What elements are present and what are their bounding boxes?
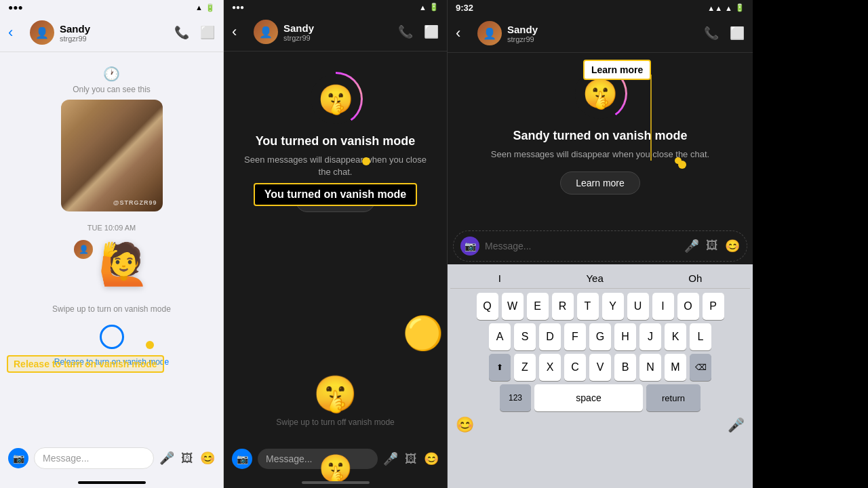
camera-button-1[interactable]: 📷: [8, 448, 28, 468]
key-e[interactable]: E: [527, 293, 549, 320]
key-c[interactable]: C: [564, 354, 586, 381]
chat-header-1: ‹ 👤 Sandy strgzr99 📞 ⬜: [0, 14, 223, 52]
key-n[interactable]: N: [639, 354, 661, 381]
sticker-icon-1[interactable]: 😊: [200, 451, 215, 466]
status-bar-3: 9:32 ▲▲ ▲ 🔋: [448, 0, 753, 14]
phone-icon-3[interactable]: 📞: [704, 26, 719, 41]
key-p[interactable]: P: [703, 293, 724, 320]
key-r[interactable]: R: [552, 293, 574, 320]
key-v[interactable]: V: [589, 354, 611, 381]
mic-icon-1[interactable]: 🎤: [159, 451, 174, 466]
floating-emoji-2: 🟡: [403, 314, 443, 352]
hi-sticker: 🙋: [98, 240, 149, 288]
phone-icon-1[interactable]: 📞: [174, 25, 189, 40]
swipe-off-hint: Swipe up to turn off vanish mode: [224, 418, 447, 427]
message-input-2[interactable]: Message...: [258, 449, 378, 469]
key-space[interactable]: space: [534, 384, 643, 411]
message-bar-3: 📷 Message... 🎤 🖼 😊: [453, 230, 747, 262]
key-h[interactable]: H: [614, 323, 636, 350]
video-icon-1[interactable]: ⬜: [200, 25, 215, 40]
key-x[interactable]: X: [539, 354, 561, 381]
camera-button-2[interactable]: 📷: [232, 449, 252, 469]
mic-icon-3[interactable]: 🎤: [684, 239, 699, 253]
suggestion-yea[interactable]: Yea: [586, 272, 603, 284]
photo-watermark: @STRGZR99: [113, 199, 157, 206]
key-z[interactable]: Z: [514, 354, 536, 381]
header-info-2: Sandy strgzr99: [283, 22, 393, 42]
mic-icon-2[interactable]: 🎤: [383, 451, 398, 466]
key-j[interactable]: J: [639, 323, 661, 350]
photo-icon-2[interactable]: 🖼: [405, 452, 417, 466]
key-u[interactable]: U: [627, 293, 649, 320]
annotation-learn-more: Learn more: [583, 60, 651, 80]
key-w[interactable]: W: [502, 293, 524, 320]
key-d[interactable]: D: [539, 323, 561, 350]
key-f[interactable]: F: [564, 323, 586, 350]
input-icons-2: 🎤 🖼 😊: [383, 451, 439, 466]
status-signal-2: ●●●: [232, 3, 244, 11]
key-y[interactable]: Y: [602, 293, 624, 320]
message-input-3[interactable]: Message...: [485, 241, 679, 251]
sticker-icon-2[interactable]: 😊: [424, 451, 439, 466]
clock-3: 9:32: [456, 3, 473, 13]
photo-icon-1[interactable]: 🖼: [181, 451, 193, 466]
video-icon-3[interactable]: ⬜: [730, 26, 745, 41]
key-o[interactable]: O: [677, 293, 699, 320]
key-m[interactable]: M: [665, 354, 686, 381]
key-a[interactable]: A: [489, 323, 511, 350]
contact-name-3: Sandy: [507, 24, 698, 35]
key-s[interactable]: S: [514, 323, 536, 350]
wifi-icon-2: ▲: [419, 3, 427, 12]
key-l[interactable]: L: [690, 323, 711, 350]
swipe-circle: [100, 325, 124, 349]
key-g[interactable]: G: [589, 323, 611, 350]
key-i[interactable]: I: [652, 293, 674, 320]
suggestion-oh[interactable]: Oh: [688, 272, 702, 284]
photo-icon-3[interactable]: 🖼: [706, 239, 718, 253]
contact-sub-3: strgzr99: [507, 35, 698, 43]
only-you-text: Only you can see this: [73, 85, 151, 94]
key-t[interactable]: T: [577, 293, 599, 320]
key-b[interactable]: B: [614, 354, 636, 381]
suggestion-i[interactable]: I: [498, 272, 501, 284]
panel-4-spacer: [753, 0, 868, 488]
back-button-2[interactable]: ‹: [232, 23, 248, 41]
annotation-dot-1: [146, 341, 154, 349]
annotation-text-2: You turned on vanish mode: [264, 188, 407, 200]
keyboard-row-2: A S D F G H J K L: [450, 323, 750, 350]
status-bar-2: ●●● ▲ 🔋: [224, 0, 447, 13]
learn-more-button-3[interactable]: Learn more: [560, 171, 640, 195]
back-button-1[interactable]: ‹: [8, 24, 24, 41]
vanish-subtitle-3: Seen messages will disappear when you cl…: [491, 148, 709, 161]
phone-icon-2[interactable]: 📞: [398, 24, 413, 39]
sticker-icon-3[interactable]: 😊: [725, 239, 740, 253]
back-button-3[interactable]: ‹: [456, 24, 472, 42]
keyboard-row-4: 123 space return: [450, 384, 750, 411]
message-input-1[interactable]: Message...: [34, 447, 154, 469]
sender-avatar: 👤: [74, 240, 93, 259]
key-shift[interactable]: ⬆: [489, 354, 511, 381]
camera-button-3[interactable]: 📷: [460, 237, 479, 256]
keyboard-mic[interactable]: 🎤: [728, 417, 745, 433]
header-icons-3: 📞 ⬜: [704, 26, 745, 41]
key-k[interactable]: K: [665, 323, 686, 350]
history-icon: 🕐: [103, 66, 120, 82]
avatar-1: 👤: [30, 20, 54, 45]
vanish-title-2: You turned on vanish mode: [256, 134, 416, 148]
chat-header-2: ‹ 👤 Sandy strgzr99 📞 ⬜: [224, 13, 447, 52]
annotation-wrapper-3: Learn more: [583, 60, 651, 80]
battery-icon: 🔋: [205, 3, 215, 12]
input-icons-3: 🎤 🖼 😊: [684, 239, 740, 253]
key-delete[interactable]: ⌫: [690, 354, 711, 381]
annotation-dot-2: [362, 157, 370, 165]
emoji-key[interactable]: 😊: [456, 416, 474, 434]
key-return[interactable]: return: [646, 384, 701, 411]
key-123[interactable]: 123: [500, 384, 531, 411]
video-icon-2[interactable]: ⬜: [424, 24, 439, 39]
avatar-sticker-row: 👤 🙋: [67, 240, 156, 293]
key-q[interactable]: Q: [477, 293, 498, 320]
annotation-release: Release to turn on vanish mode: [7, 355, 164, 373]
panel-3-keyboard: 9:32 ▲▲ ▲ 🔋 ‹ 👤 Sandy strgzr99 📞 ⬜ 🤫 San…: [448, 0, 753, 488]
status-signal: ●●●: [8, 3, 23, 12]
contact-name-2: Sandy: [283, 22, 393, 34]
